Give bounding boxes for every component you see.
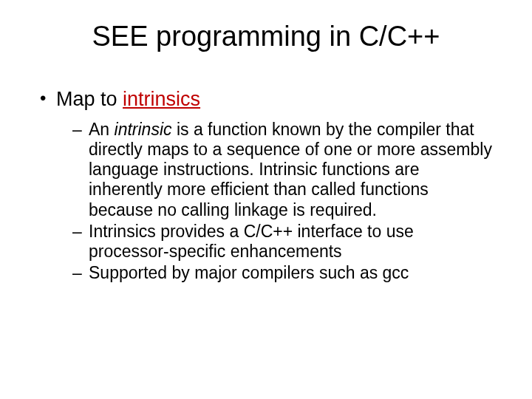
sub-prefix: An — [89, 120, 115, 139]
sub-item-definition: An intrinsic is a function known by the … — [56, 120, 495, 220]
sub-item-compilers: Supported by major compilers such as gcc — [56, 263, 495, 283]
sub-text: Intrinsics provides a C/C++ interface to… — [89, 222, 414, 261]
bullet-text-highlight: intrinsics — [123, 88, 200, 110]
sub-item-interface: Intrinsics provides a C/C++ interface to… — [56, 222, 495, 262]
main-bullet-list: Map to intrinsics An intrinsic is a func… — [37, 88, 495, 283]
sub-italic-word: intrinsic — [115, 120, 172, 139]
bullet-map-intrinsics: Map to intrinsics An intrinsic is a func… — [37, 88, 495, 283]
sub-bullet-list: An intrinsic is a function known by the … — [56, 120, 495, 283]
bullet-text-prefix: Map to — [56, 88, 123, 110]
sub-text: Supported by major compilers such as gcc — [89, 263, 409, 282]
slide-title: SEE programming in C/C++ — [37, 21, 495, 52]
